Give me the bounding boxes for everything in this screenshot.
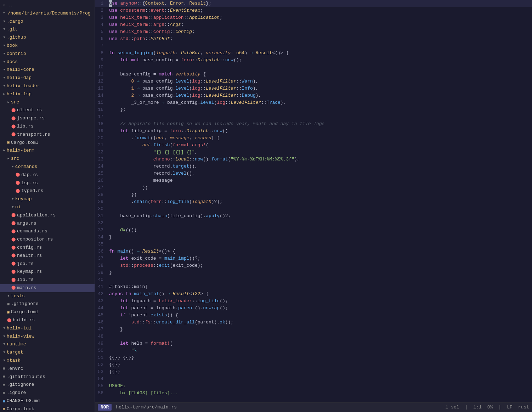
line-number: 41 [95,283,108,290]
sidebar-item-main-rs[interactable]: ⬤ main.rs [0,284,95,292]
sidebar-item-commands-rs[interactable]: ⬤ commands.rs [0,227,95,236]
line-content: let parent = logpath.parent().unwrap(); [108,305,532,312]
sidebar-item-ui-dir[interactable]: ui [0,203,95,211]
sidebar-item-application-rs[interactable]: ⬤ application.rs [0,211,95,220]
sidebar-item-gitignore-root[interactable]: ▣ .gitignore [0,381,95,389]
sidebar-item-git[interactable]: .git [0,26,95,34]
sidebar-item-typed-rs[interactable]: ⬤ typed.rs [0,187,95,195]
line-number: 44 [95,305,108,312]
line-number: 53 [95,368,108,376]
sidebar-item-xtask[interactable]: xtask [0,357,95,365]
sidebar-item-contrib[interactable]: contrib [0,50,95,58]
main-container: .. /home/trivernis/Documents/Prog .cargo… [0,0,532,412]
sidebar-label: dap.rs [21,171,38,179]
sidebar-item-jsonrpc-rs[interactable]: ⬤ jsonrpc.rs [0,114,95,123]
sidebar-item-lib-rs-term[interactable]: ⬤ lib.rs [0,276,95,284]
sidebar-item-client-rs[interactable]: ⬤ client.rs [0,106,95,114]
line-content: "{} {} [{}] {}", [108,149,532,156]
code-line: 28 }) [95,191,532,198]
file-icon: ⬤ [11,277,16,283]
sidebar-label: build.rs [13,317,35,324]
sidebar-item-helix-lsp-src[interactable]: src [0,98,95,107]
folder-icon [3,147,7,154]
sidebar-item-gitattributes[interactable]: ▣ .gitattributes [0,373,95,381]
sidebar-item-cargo-toml-lsp[interactable]: ▣ Cargo.toml [0,139,95,147]
folder-icon [3,34,7,41]
sidebar-item-cargo-toml-term[interactable]: ▣ Cargo.toml [0,308,95,316]
sidebar-item-target[interactable]: target [0,349,95,357]
file-icon: ⬤ [11,253,16,259]
code-line: 13 1 ⇒ base_config.level(log::LevelFilte… [95,85,532,92]
sidebar-item-job-rs[interactable]: ⬤ job.rs [0,260,95,268]
sidebar-item-parent[interactable]: .. [0,1,95,10]
file-icon: ▣ [3,406,5,412]
code-area[interactable]: 1 use anyhow::{Context, Error, Result}; … [95,0,532,402]
sidebar-item-config-rs[interactable]: ⬤ config.rs [0,244,95,252]
sidebar-item-helix-view[interactable]: helix-view [0,333,95,341]
line-number: 54 [95,376,108,383]
sidebar-item-lib-rs-lsp[interactable]: ⬤ lib.rs [0,123,95,131]
sidebar-item-args-rs[interactable]: ⬤ args.rs [0,220,95,228]
sidebar-item-commands-dir[interactable]: commands [0,163,95,171]
sidebar-label: helix-view [7,333,34,340]
sidebar-label: Cargo.toml [11,309,39,316]
folder-icon [3,83,7,90]
code-line: 31 base_config.chain(file_config).apply(… [95,213,532,220]
sidebar-label: docs [7,58,18,66]
sidebar-item-ignore[interactable]: ▣ .ignore [0,389,95,397]
sidebar-item-transport-rs[interactable]: ⬤ transport.rs [0,131,95,139]
folder-icon [3,18,7,26]
code-line: 15 _3_or_more ⇒ base_config.level(log::L… [95,99,532,106]
sidebar-item-helix-dap[interactable]: helix-dap [0,74,95,82]
sidebar-item-keymap-rs[interactable]: ⬤ keymap.rs [0,268,95,276]
line-number: 17 [95,113,108,120]
code-line: 37 let exit_code = main_impl()?; [95,255,532,262]
line-content: USAGE: [108,383,532,390]
sidebar-item-github[interactable]: .github [0,34,95,42]
folder-icon [11,163,15,171]
sidebar-item-compositor-rs[interactable]: ⬤ compositor.rs [0,236,95,244]
line-number: 22 [95,149,108,156]
sidebar-item-dap-rs[interactable]: ⬤ dap.rs [0,171,95,179]
sidebar-item-gitignore-term[interactable]: ▣ .gitignore [0,300,95,308]
sidebar-item-helix-tui[interactable]: helix-tui [0,324,95,333]
line-number: 2 [95,7,108,14]
sidebar-item-helix-core[interactable]: helix-core [0,66,95,74]
sidebar-item-envrc[interactable]: ▣ .envrc [0,365,95,373]
sidebar-item-health-rs[interactable]: ⬤ health.rs [0,252,95,260]
line-content: use helix_term::args::Args; [108,21,532,28]
sidebar-item-keymap-dir[interactable]: keymap [0,195,95,203]
sidebar-item-tests[interactable]: tests [0,292,95,300]
line-content: }) [108,191,532,198]
sidebar-item-cargo-lock[interactable]: ▣ Cargo.lock [0,405,95,412]
sidebar-item-runtime[interactable]: runtime [0,340,95,349]
line-content: {{}} [108,361,532,368]
folder-icon [7,293,11,300]
sidebar-item-cargo[interactable]: .cargo [0,18,95,26]
sidebar-item-changelog[interactable]: ▣ CHANGELOG.md [0,397,95,405]
file-icon: ⬤ [11,131,16,138]
line-content: .format(|out, message, record| { [108,135,532,142]
line-content: async fn main_impl() → Result<i32> { [108,290,532,298]
sidebar-item-path[interactable]: /home/trivernis/Documents/Prog [0,10,95,18]
sidebar-item-helix-term-src[interactable]: src [0,155,95,163]
sidebar-label: runtime [7,341,26,348]
code-line: 48 [95,333,532,340]
line-content: .chain(fern::log_file(logpath)?); [108,198,532,205]
sidebar-item-helix-loader[interactable]: helix-loader [0,82,95,90]
line-number: 18 [95,120,108,128]
sidebar-label: CHANGELOG.md [7,397,40,405]
sidebar[interactable]: .. /home/trivernis/Documents/Prog .cargo… [0,0,95,412]
sidebar-item-docs[interactable]: docs [0,58,95,66]
line-number: 26 [95,177,108,184]
sidebar-label: main.rs [17,284,36,292]
code-line: 55 USAGE: [95,383,532,390]
sidebar-item-book[interactable]: book [0,42,95,50]
sidebar-item-helix-term[interactable]: helix-term [0,147,95,155]
sidebar-item-lsp-rs[interactable]: ⬤ lsp.rs [0,179,95,187]
line-number: 28 [95,191,108,198]
sidebar-item-build-rs[interactable]: ⬤ build.rs [0,316,95,324]
code-line: 33 Ok(()) [95,227,532,234]
sidebar-item-helix-lsp[interactable]: helix-lsp [0,90,95,98]
line-number: 15 [95,99,108,106]
